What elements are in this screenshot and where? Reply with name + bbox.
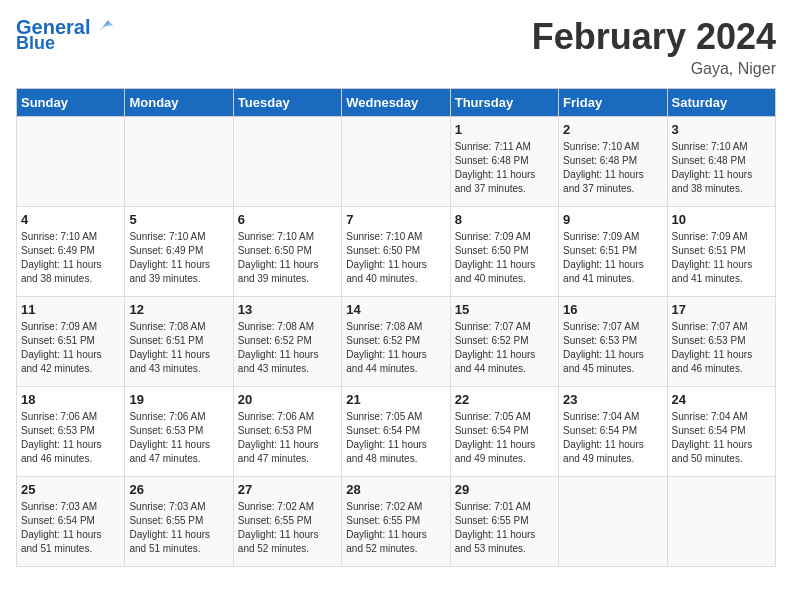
- day-info: Sunrise: 7:10 AMSunset: 6:49 PMDaylight:…: [129, 230, 228, 286]
- calendar-day-cell: 10Sunrise: 7:09 AMSunset: 6:51 PMDayligh…: [667, 207, 775, 297]
- weekday-header-tuesday: Tuesday: [233, 89, 341, 117]
- calendar-day-cell: 7Sunrise: 7:10 AMSunset: 6:50 PMDaylight…: [342, 207, 450, 297]
- calendar-day-cell: 19Sunrise: 7:06 AMSunset: 6:53 PMDayligh…: [125, 387, 233, 477]
- day-number: 6: [238, 212, 337, 227]
- weekday-header-monday: Monday: [125, 89, 233, 117]
- day-number: 22: [455, 392, 554, 407]
- calendar-day-cell: 28Sunrise: 7:02 AMSunset: 6:55 PMDayligh…: [342, 477, 450, 567]
- calendar-day-cell: 5Sunrise: 7:10 AMSunset: 6:49 PMDaylight…: [125, 207, 233, 297]
- calendar-week-row: 18Sunrise: 7:06 AMSunset: 6:53 PMDayligh…: [17, 387, 776, 477]
- day-info: Sunrise: 7:07 AMSunset: 6:53 PMDaylight:…: [563, 320, 662, 376]
- day-info: Sunrise: 7:09 AMSunset: 6:51 PMDaylight:…: [563, 230, 662, 286]
- day-info: Sunrise: 7:10 AMSunset: 6:48 PMDaylight:…: [563, 140, 662, 196]
- calendar-day-cell: 21Sunrise: 7:05 AMSunset: 6:54 PMDayligh…: [342, 387, 450, 477]
- day-number: 19: [129, 392, 228, 407]
- calendar-week-row: 11Sunrise: 7:09 AMSunset: 6:51 PMDayligh…: [17, 297, 776, 387]
- logo: General Blue: [16, 16, 116, 54]
- weekday-header-sunday: Sunday: [17, 89, 125, 117]
- day-info: Sunrise: 7:08 AMSunset: 6:52 PMDaylight:…: [346, 320, 445, 376]
- day-info: Sunrise: 7:07 AMSunset: 6:52 PMDaylight:…: [455, 320, 554, 376]
- day-info: Sunrise: 7:05 AMSunset: 6:54 PMDaylight:…: [346, 410, 445, 466]
- day-info: Sunrise: 7:01 AMSunset: 6:55 PMDaylight:…: [455, 500, 554, 556]
- weekday-header-row: SundayMondayTuesdayWednesdayThursdayFrid…: [17, 89, 776, 117]
- calendar-day-cell: 12Sunrise: 7:08 AMSunset: 6:51 PMDayligh…: [125, 297, 233, 387]
- calendar-day-cell: 23Sunrise: 7:04 AMSunset: 6:54 PMDayligh…: [559, 387, 667, 477]
- day-info: Sunrise: 7:09 AMSunset: 6:51 PMDaylight:…: [672, 230, 771, 286]
- svg-marker-1: [104, 20, 114, 26]
- calendar-day-cell: 29Sunrise: 7:01 AMSunset: 6:55 PMDayligh…: [450, 477, 558, 567]
- day-number: 13: [238, 302, 337, 317]
- day-number: 25: [21, 482, 120, 497]
- weekday-header-thursday: Thursday: [450, 89, 558, 117]
- calendar-day-cell: 8Sunrise: 7:09 AMSunset: 6:50 PMDaylight…: [450, 207, 558, 297]
- day-number: 23: [563, 392, 662, 407]
- day-number: 24: [672, 392, 771, 407]
- day-number: 5: [129, 212, 228, 227]
- page-header: General Blue February 2024 Gaya, Niger: [16, 16, 776, 78]
- day-info: Sunrise: 7:11 AMSunset: 6:48 PMDaylight:…: [455, 140, 554, 196]
- day-info: Sunrise: 7:06 AMSunset: 6:53 PMDaylight:…: [238, 410, 337, 466]
- calendar-day-cell: 25Sunrise: 7:03 AMSunset: 6:54 PMDayligh…: [17, 477, 125, 567]
- day-number: 2: [563, 122, 662, 137]
- day-number: 4: [21, 212, 120, 227]
- day-number: 9: [563, 212, 662, 227]
- day-info: Sunrise: 7:06 AMSunset: 6:53 PMDaylight:…: [129, 410, 228, 466]
- calendar-day-cell: 14Sunrise: 7:08 AMSunset: 6:52 PMDayligh…: [342, 297, 450, 387]
- day-number: 16: [563, 302, 662, 317]
- day-info: Sunrise: 7:07 AMSunset: 6:53 PMDaylight:…: [672, 320, 771, 376]
- calendar-day-cell: 15Sunrise: 7:07 AMSunset: 6:52 PMDayligh…: [450, 297, 558, 387]
- day-number: 18: [21, 392, 120, 407]
- day-number: 15: [455, 302, 554, 317]
- day-number: 26: [129, 482, 228, 497]
- day-info: Sunrise: 7:06 AMSunset: 6:53 PMDaylight:…: [21, 410, 120, 466]
- calendar-day-cell: [342, 117, 450, 207]
- title-block: February 2024 Gaya, Niger: [532, 16, 776, 78]
- calendar-day-cell: 22Sunrise: 7:05 AMSunset: 6:54 PMDayligh…: [450, 387, 558, 477]
- day-info: Sunrise: 7:04 AMSunset: 6:54 PMDaylight:…: [563, 410, 662, 466]
- day-info: Sunrise: 7:10 AMSunset: 6:48 PMDaylight:…: [672, 140, 771, 196]
- day-number: 8: [455, 212, 554, 227]
- weekday-header-wednesday: Wednesday: [342, 89, 450, 117]
- day-number: 1: [455, 122, 554, 137]
- day-number: 27: [238, 482, 337, 497]
- calendar-day-cell: 1Sunrise: 7:11 AMSunset: 6:48 PMDaylight…: [450, 117, 558, 207]
- calendar-table: SundayMondayTuesdayWednesdayThursdayFrid…: [16, 88, 776, 567]
- calendar-day-cell: [667, 477, 775, 567]
- day-info: Sunrise: 7:10 AMSunset: 6:50 PMDaylight:…: [346, 230, 445, 286]
- calendar-day-cell: 2Sunrise: 7:10 AMSunset: 6:48 PMDaylight…: [559, 117, 667, 207]
- day-number: 21: [346, 392, 445, 407]
- day-info: Sunrise: 7:09 AMSunset: 6:50 PMDaylight:…: [455, 230, 554, 286]
- day-number: 17: [672, 302, 771, 317]
- day-info: Sunrise: 7:08 AMSunset: 6:52 PMDaylight:…: [238, 320, 337, 376]
- calendar-week-row: 1Sunrise: 7:11 AMSunset: 6:48 PMDaylight…: [17, 117, 776, 207]
- calendar-day-cell: 24Sunrise: 7:04 AMSunset: 6:54 PMDayligh…: [667, 387, 775, 477]
- day-info: Sunrise: 7:02 AMSunset: 6:55 PMDaylight:…: [238, 500, 337, 556]
- day-info: Sunrise: 7:03 AMSunset: 6:55 PMDaylight:…: [129, 500, 228, 556]
- calendar-day-cell: 3Sunrise: 7:10 AMSunset: 6:48 PMDaylight…: [667, 117, 775, 207]
- calendar-day-cell: 4Sunrise: 7:10 AMSunset: 6:49 PMDaylight…: [17, 207, 125, 297]
- day-number: 10: [672, 212, 771, 227]
- day-number: 3: [672, 122, 771, 137]
- day-number: 28: [346, 482, 445, 497]
- month-year-title: February 2024: [532, 16, 776, 58]
- day-info: Sunrise: 7:08 AMSunset: 6:51 PMDaylight:…: [129, 320, 228, 376]
- calendar-day-cell: 11Sunrise: 7:09 AMSunset: 6:51 PMDayligh…: [17, 297, 125, 387]
- calendar-day-cell: 16Sunrise: 7:07 AMSunset: 6:53 PMDayligh…: [559, 297, 667, 387]
- calendar-day-cell: 13Sunrise: 7:08 AMSunset: 6:52 PMDayligh…: [233, 297, 341, 387]
- weekday-header-saturday: Saturday: [667, 89, 775, 117]
- calendar-day-cell: [559, 477, 667, 567]
- day-number: 11: [21, 302, 120, 317]
- day-info: Sunrise: 7:02 AMSunset: 6:55 PMDaylight:…: [346, 500, 445, 556]
- calendar-day-cell: 18Sunrise: 7:06 AMSunset: 6:53 PMDayligh…: [17, 387, 125, 477]
- day-info: Sunrise: 7:10 AMSunset: 6:50 PMDaylight:…: [238, 230, 337, 286]
- calendar-day-cell: 9Sunrise: 7:09 AMSunset: 6:51 PMDaylight…: [559, 207, 667, 297]
- day-number: 14: [346, 302, 445, 317]
- day-info: Sunrise: 7:04 AMSunset: 6:54 PMDaylight:…: [672, 410, 771, 466]
- day-info: Sunrise: 7:10 AMSunset: 6:49 PMDaylight:…: [21, 230, 120, 286]
- calendar-day-cell: 17Sunrise: 7:07 AMSunset: 6:53 PMDayligh…: [667, 297, 775, 387]
- day-number: 12: [129, 302, 228, 317]
- day-number: 7: [346, 212, 445, 227]
- calendar-week-row: 25Sunrise: 7:03 AMSunset: 6:54 PMDayligh…: [17, 477, 776, 567]
- calendar-day-cell: 6Sunrise: 7:10 AMSunset: 6:50 PMDaylight…: [233, 207, 341, 297]
- calendar-day-cell: [17, 117, 125, 207]
